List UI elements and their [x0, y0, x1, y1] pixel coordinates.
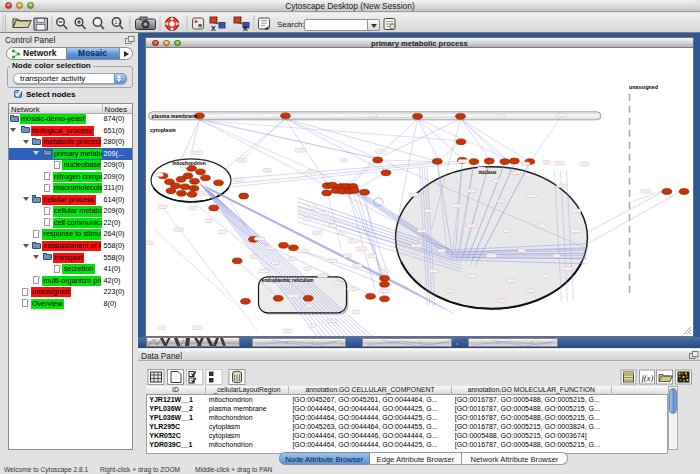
svg-text:unassigned: unassigned	[628, 84, 657, 90]
svg-text:nucleus: nucleus	[478, 170, 496, 175]
svg-text:cytoplasm: cytoplasm	[150, 127, 176, 133]
svg-text:1:1: 1:1	[115, 20, 122, 25]
svg-text:X: X	[211, 25, 216, 32]
svg-text:mitochondrion: mitochondrion	[172, 161, 206, 166]
svg-text:X: X	[243, 25, 248, 32]
svg-text:f(x): f(x)	[642, 373, 654, 383]
svg-text:endoplasmic reticulum: endoplasmic reticulum	[261, 278, 313, 283]
svg-text:plasma membrane: plasma membrane	[151, 113, 197, 119]
